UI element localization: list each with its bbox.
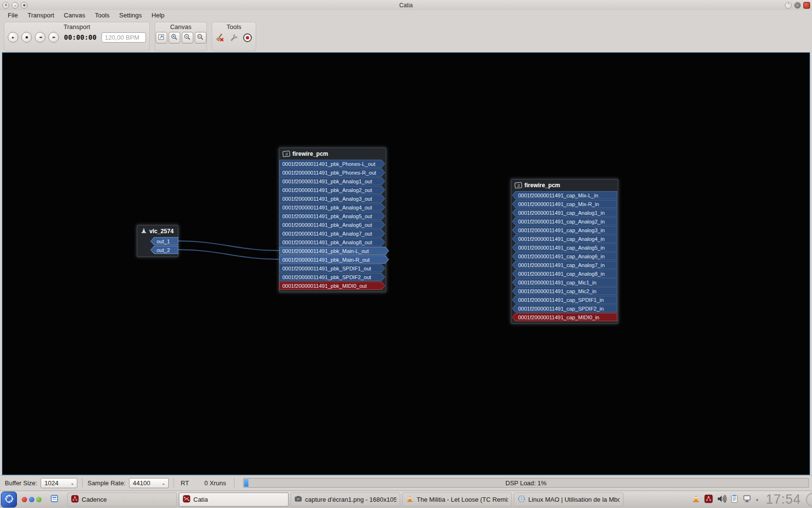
buffer-size-label: Buffer Size: bbox=[5, 479, 37, 487]
zoom-100-button[interactable]: 1:1 bbox=[195, 32, 206, 44]
pin-icon[interactable]: ◈ bbox=[21, 2, 28, 9]
jack-port[interactable]: 0001f20000011491_pbk_MIDI0_out bbox=[279, 282, 385, 290]
record-button[interactable] bbox=[241, 32, 254, 45]
desktop-2-dot[interactable] bbox=[29, 497, 34, 502]
node-vlc-title: vlc_2574 bbox=[137, 225, 178, 237]
task-screenshot[interactable]: capture d'écran1.png - 812x508 - bbox=[290, 493, 400, 507]
jack-port[interactable]: 0001f20000011491_pbk_Main-L_out bbox=[279, 247, 389, 255]
menu-item[interactable]: File bbox=[3, 11, 23, 20]
jack-port[interactable]: 0001f20000011491_pbk_Main-R_out bbox=[279, 255, 389, 264]
catia-icon bbox=[183, 495, 190, 504]
zoom-in-button[interactable] bbox=[169, 32, 180, 44]
dsp-load-bar: DSP Load: 1% bbox=[243, 478, 809, 488]
jack-port[interactable]: 0001f20000011491_cap_Mix-L_in bbox=[512, 191, 617, 199]
menu-item[interactable]: Help bbox=[147, 11, 170, 20]
sample-rate-label: Sample Rate: bbox=[87, 479, 126, 487]
window-close-icon[interactable] bbox=[803, 2, 810, 9]
sample-rate-select[interactable]: 44100 ⌄ bbox=[129, 478, 169, 488]
connection-out2-mainR[interactable] bbox=[178, 250, 279, 259]
jack-port[interactable]: 0001f20000011491_cap_Analog3_in bbox=[512, 226, 617, 234]
window-list-icon[interactable] bbox=[50, 494, 58, 505]
clock[interactable]: 17:54 bbox=[766, 492, 801, 507]
jack-port[interactable]: 0001f20000011491_cap_Mic1_in bbox=[512, 278, 617, 286]
zoom-out-icon bbox=[184, 33, 191, 42]
configure-button[interactable] bbox=[228, 32, 240, 45]
jack-port[interactable]: 0001f20000011491_pbk_Analog6_out bbox=[279, 221, 385, 229]
jack-port[interactable]: 0001f20000011491_pbk_SPDIF2_out bbox=[279, 273, 385, 281]
jack-port[interactable]: 0001f20000011491_cap_Analog6_in bbox=[512, 252, 617, 260]
clear-xruns-button[interactable] bbox=[214, 32, 227, 45]
jack-port[interactable]: 0001f20000011491_cap_Mix-R_in bbox=[512, 200, 617, 208]
tray-expand-icon[interactable]: ▲ bbox=[755, 497, 759, 502]
node-firewire-capture[interactable]: ♫ firewire_pcm 0001f20000011491_cap_Mix-… bbox=[511, 179, 618, 324]
separator bbox=[234, 478, 234, 488]
desktop-pager[interactable] bbox=[22, 497, 42, 502]
jack-port[interactable]: 0001f20000011491_cap_Analog7_in bbox=[512, 261, 617, 269]
jack-port[interactable]: 0001f20000011491_cap_SPDIF2_in bbox=[512, 304, 617, 313]
jack-port[interactable]: 0001f20000011491_cap_Analog8_in bbox=[512, 269, 617, 278]
jack-port[interactable]: 0001f20000011491_pbk_Analog5_out bbox=[279, 212, 385, 220]
forward-button[interactable]: ▸▸ bbox=[48, 32, 59, 43]
maximize-icon[interactable]: ⌄ bbox=[794, 2, 801, 9]
rewind-button[interactable]: ◂◂ bbox=[35, 32, 45, 43]
window-title: Catia bbox=[0, 2, 812, 9]
clipboard-icon[interactable] bbox=[730, 494, 739, 505]
close-icon[interactable]: ✕ bbox=[2, 2, 9, 9]
jack-port[interactable]: 0001f20000011491_cap_Analog1_in bbox=[512, 209, 617, 217]
desktop-3-dot[interactable] bbox=[36, 497, 42, 502]
jack-port[interactable]: 0001f20000011491_cap_Analog5_in bbox=[512, 243, 617, 252]
menu-item[interactable]: Settings bbox=[115, 11, 147, 20]
menu-item[interactable]: Tools bbox=[90, 11, 114, 20]
node-vlc[interactable]: vlc_2574 out_1 out_2 bbox=[137, 225, 178, 257]
node-firewire-playback[interactable]: ♫ firewire_pcm 0001f20000011491_pbk_Phon… bbox=[279, 148, 386, 292]
stop-button[interactable]: ■ bbox=[21, 32, 32, 43]
desktop-1-dot[interactable] bbox=[22, 497, 27, 502]
jack-port[interactable]: 0001f20000011491_pbk_Analog2_out bbox=[279, 186, 385, 194]
task-browser[interactable]: Linux MAO | Utilisation de la Mbox bbox=[514, 493, 624, 507]
app-launcher-button[interactable] bbox=[1, 492, 17, 508]
status-bar: Buffer Size: 1024 ⌄ Sample Rate: 44100 ⌄… bbox=[0, 475, 812, 490]
jack-port[interactable]: 0001f20000011491_cap_Analog2_in bbox=[512, 217, 617, 225]
tray-vlc-icon[interactable] bbox=[692, 494, 700, 505]
zoom-fit-icon bbox=[158, 33, 165, 42]
tray-cadence-icon[interactable] bbox=[704, 494, 713, 505]
jack-port[interactable]: 0001f20000011491_pbk_Analog1_out bbox=[279, 177, 385, 185]
zoom-fit-button[interactable] bbox=[156, 32, 167, 44]
zoom-100-icon: 1:1 bbox=[197, 33, 204, 42]
connection-out1-mainL[interactable] bbox=[178, 241, 279, 251]
task-catia[interactable]: Catia bbox=[179, 493, 289, 507]
task-vlc-media[interactable]: The Militia - Let Loose (TC Remix) - bbox=[402, 493, 512, 507]
menu-item[interactable]: Transport bbox=[23, 11, 59, 20]
record-icon bbox=[243, 33, 252, 44]
window-titlebar[interactable]: Catia ✕ ⌄ ◈ ⌃ ⌄ bbox=[0, 0, 812, 10]
patchbay-canvas[interactable]: vlc_2574 out_1 out_2 ♫ firewire_pcm 0001 bbox=[2, 52, 810, 475]
jack-port[interactable]: 0001f20000011491_pbk_Analog7_out bbox=[279, 229, 385, 238]
jack-port[interactable]: 0001f20000011491_pbk_Phones-R_out bbox=[279, 168, 385, 177]
jack-port[interactable]: out_1 bbox=[150, 237, 178, 245]
minimize-icon[interactable]: ⌃ bbox=[785, 2, 792, 9]
jack-port[interactable]: out_2 bbox=[150, 246, 178, 254]
zoom-out-button[interactable] bbox=[182, 32, 193, 44]
jack-port[interactable]: 0001f20000011491_pbk_Phones-L_out bbox=[279, 160, 385, 168]
jack-port[interactable]: 0001f20000011491_cap_Mic2_in bbox=[512, 287, 617, 295]
jack-port[interactable]: 0001f20000011491_pbk_SPDIF1_out bbox=[279, 264, 385, 272]
transport-time: 00:00:00 bbox=[64, 33, 96, 41]
task-cadence[interactable]: Cadence bbox=[67, 493, 177, 507]
jack-port[interactable]: 0001f20000011491_cap_SPDIF1_in bbox=[512, 296, 617, 304]
jack-port[interactable]: 0001f20000011491_pbk_Analog8_out bbox=[279, 238, 385, 246]
jack-port[interactable]: 0001f20000011491_pbk_Analog3_out bbox=[279, 194, 385, 203]
wrench-icon bbox=[229, 33, 239, 44]
jack-port[interactable]: 0001f20000011491_pbk_Analog4_out bbox=[279, 203, 385, 211]
bpm-input[interactable] bbox=[102, 32, 146, 43]
jack-port[interactable]: 0001f20000011491_cap_Analog4_in bbox=[512, 235, 617, 243]
camera-icon bbox=[294, 495, 302, 504]
panel-edge-icon[interactable] bbox=[806, 493, 812, 507]
menu-item[interactable]: Canvas bbox=[59, 11, 90, 20]
capture-port-list: 0001f20000011491_cap_Mix-L_in 0001f20000… bbox=[511, 191, 618, 321]
play-button[interactable]: ▸ bbox=[8, 32, 18, 43]
buffer-size-select[interactable]: 1024 ⌄ bbox=[41, 478, 77, 488]
volume-icon[interactable] bbox=[717, 494, 726, 505]
shade-icon[interactable]: ⌄ bbox=[12, 2, 18, 9]
network-monitor-icon[interactable] bbox=[742, 494, 752, 505]
jack-port[interactable]: 0001f20000011491_cap_MIDI0_in bbox=[512, 313, 617, 321]
